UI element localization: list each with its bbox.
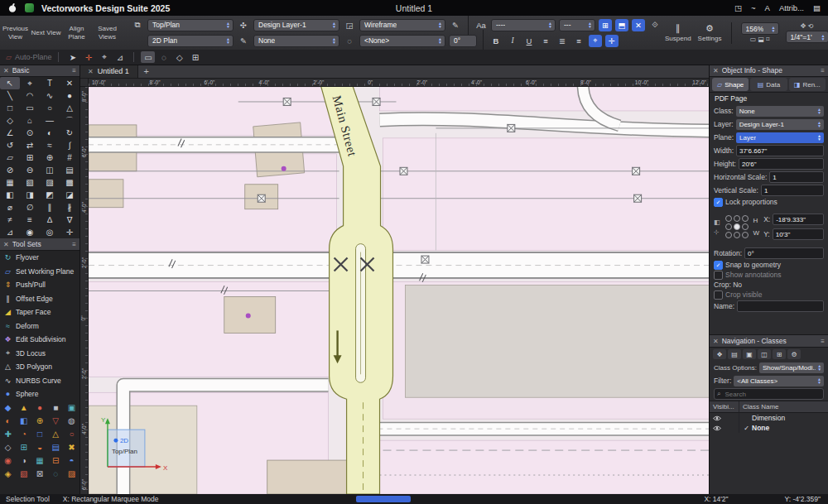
basic-tool-icon[interactable]: ⊕ bbox=[40, 151, 60, 164]
align-left-icon[interactable]: ≡ bbox=[539, 35, 552, 47]
rotation-field[interactable]: 0° bbox=[744, 247, 824, 259]
tool-set-grid-icon[interactable]: ▣ bbox=[64, 401, 79, 415]
palette-menu-icon[interactable]: ≡ bbox=[72, 67, 76, 74]
plan-mode-dropdown[interactable]: 2D Plan ▲▼ bbox=[147, 35, 233, 47]
tool-set-item[interactable]: ∥ Offset Edge bbox=[0, 292, 79, 306]
basic-tool-icon[interactable]: ● bbox=[60, 89, 79, 102]
basic-tool-icon[interactable]: ◐ bbox=[40, 127, 60, 139]
tool-set-grid-icon[interactable]: ◧ bbox=[16, 415, 31, 428]
basic-tool-icon[interactable]: — bbox=[40, 114, 60, 127]
mode-icon[interactable]: ✛ bbox=[81, 51, 95, 63]
map-drawing[interactable]: Main Street bbox=[89, 87, 710, 494]
basic-tool-icon[interactable]: ▦ bbox=[0, 176, 20, 189]
visibility-eye-icon[interactable] bbox=[713, 425, 721, 431]
visibility-eye-icon[interactable] bbox=[713, 415, 721, 421]
search-input[interactable] bbox=[723, 390, 821, 399]
smart-cursor-icon[interactable]: ✛ bbox=[605, 35, 619, 47]
class-search-box[interactable]: ⌕ bbox=[714, 388, 824, 400]
tool-set-grid-icon[interactable]: ◈ bbox=[0, 468, 16, 481]
panel-menu-icon[interactable]: ≡ bbox=[821, 338, 825, 345]
navigation-mode-icon[interactable]: ◫ bbox=[758, 349, 771, 359]
tab-shape[interactable]: ▱Shape bbox=[712, 78, 749, 91]
basic-tool-icon[interactable]: ≠ bbox=[0, 214, 20, 226]
vectorworks-app-icon[interactable] bbox=[25, 3, 34, 12]
bold-button[interactable]: B bbox=[489, 35, 503, 47]
basic-tool-icon[interactable]: ∥ bbox=[40, 201, 60, 214]
layer-options-icon[interactable]: ✣ bbox=[237, 19, 250, 31]
height-field[interactable]: 20'6" bbox=[739, 158, 824, 170]
basic-tool-icon[interactable]: ▤ bbox=[60, 164, 79, 176]
tool-set-grid-icon[interactable]: ◆ bbox=[0, 401, 16, 415]
app-menu-title[interactable]: Vectorworks Design Suite 2025 bbox=[41, 3, 170, 13]
horizontal-scale-field[interactable]: 1 bbox=[769, 171, 824, 183]
vertical-scale-field[interactable]: 1 bbox=[761, 185, 824, 196]
filter-dropdown[interactable]: <All Classes>▲▼ bbox=[734, 376, 824, 386]
tool-set-grid-icon[interactable]: □ bbox=[31, 428, 47, 441]
basic-tool-icon[interactable]: ◠ bbox=[20, 89, 40, 102]
new-tab-button[interactable]: + bbox=[138, 65, 155, 78]
suspend-button[interactable]: ∥ Suspend bbox=[665, 23, 691, 42]
snap-angle-icon[interactable]: ⌖ bbox=[589, 35, 602, 47]
line-type-dropdown[interactable]: <None> ▲▼ bbox=[359, 35, 445, 47]
dash-style-dropdown[interactable]: ---- ▲▼ bbox=[491, 19, 556, 31]
constraint-icon[interactable]: ⟐ bbox=[648, 19, 662, 31]
tool-set-grid-icon[interactable]: ◍ bbox=[64, 415, 79, 428]
snap-object-icon[interactable]: ⬒ bbox=[615, 19, 628, 31]
tool-set-grid-icon[interactable]: ◑ bbox=[16, 454, 31, 468]
zoom-dropdown[interactable]: 156% ▲▼ bbox=[741, 22, 779, 35]
toolbar-big-button[interactable]: Previous View bbox=[0, 16, 31, 50]
tool-set-item[interactable]: ● Sphere bbox=[0, 387, 79, 401]
show-annotations-checkbox[interactable] bbox=[714, 271, 723, 280]
tool-set-grid-icon[interactable]: ● bbox=[31, 401, 47, 415]
layer-dropdown[interactable]: Design Layer-1▲▼ bbox=[736, 119, 824, 130]
y-position-field[interactable]: 10'3" bbox=[773, 228, 824, 240]
tool-set-item[interactable]: ◢ Taper Face bbox=[0, 305, 79, 319]
basic-tool-icon[interactable]: ◨ bbox=[20, 189, 40, 201]
basic-tool-icon[interactable]: ◇ bbox=[0, 114, 20, 127]
tool-set-grid-icon[interactable]: ■ bbox=[48, 401, 64, 415]
basic-tool-icon[interactable]: □ bbox=[0, 102, 20, 114]
view-tool-icons[interactable]: ▭ ⬓ ⌑ bbox=[750, 36, 770, 43]
basic-tool-icon[interactable]: ⊖ bbox=[20, 164, 40, 176]
document-tab[interactable]: ✕ Untitled 1 bbox=[79, 65, 138, 78]
basic-tool-icon[interactable]: ⊿ bbox=[0, 226, 20, 238]
line-thickness-dropdown[interactable]: --- ▲▼ bbox=[559, 19, 595, 31]
tool-set-grid-icon[interactable]: ◌ bbox=[48, 468, 64, 481]
basic-tool-icon[interactable]: T bbox=[40, 77, 60, 89]
render-mode-dropdown[interactable]: Wireframe ▲▼ bbox=[359, 19, 445, 31]
basic-tool-icon[interactable]: ⌒ bbox=[60, 114, 79, 127]
tab-data[interactable]: ▤Data bbox=[750, 78, 787, 91]
basic-tool-icon[interactable]: ⇄ bbox=[20, 139, 40, 151]
settings-button[interactable]: ⚙ Settings bbox=[698, 23, 722, 42]
design-layer-dropdown[interactable]: Design Layer-1 ▲▼ bbox=[253, 19, 339, 31]
tool-set-grid-icon[interactable]: ◇ bbox=[0, 441, 16, 454]
align-center-icon[interactable]: ≣ bbox=[556, 35, 569, 47]
menu-status-item[interactable]: ▤ bbox=[813, 3, 821, 12]
mode-icon[interactable]: ⊿ bbox=[113, 51, 127, 63]
active-class-dropdown[interactable]: None ▲▼ bbox=[253, 35, 339, 47]
tool-set-item[interactable]: ❖ Edit Subdivision bbox=[0, 333, 79, 347]
close-icon[interactable]: ✕ bbox=[88, 68, 94, 75]
toolbar-big-button[interactable]: Next View bbox=[31, 16, 61, 50]
marquee-mode-icon[interactable]: ⊞ bbox=[188, 51, 202, 63]
basic-tool-icon[interactable]: ◪ bbox=[60, 189, 79, 201]
line-style-icon[interactable]: ◌ bbox=[343, 35, 356, 47]
menu-status-item[interactable]: ◳ bbox=[734, 3, 742, 12]
basic-tool-icon[interactable]: ∆ bbox=[40, 214, 60, 226]
tab-render[interactable]: ◨Ren... bbox=[789, 78, 826, 91]
mode-icon[interactable]: ⌖ bbox=[97, 51, 111, 63]
tool-set-grid-icon[interactable]: ○ bbox=[64, 428, 79, 441]
snap-grid-icon[interactable]: ⊞ bbox=[599, 19, 612, 31]
position-mode-icons[interactable]: ◧⊹ bbox=[714, 218, 720, 236]
tool-set-item[interactable]: △ 3D Polygon bbox=[0, 360, 79, 374]
snap-to-geometry-checkbox[interactable] bbox=[714, 261, 723, 270]
status-highlight[interactable] bbox=[356, 496, 411, 502]
tool-set-grid-icon[interactable]: ▤ bbox=[48, 441, 64, 454]
close-icon[interactable]: ✕ bbox=[3, 67, 9, 74]
basic-tool-icon[interactable]: ≈ bbox=[40, 139, 60, 151]
class-row[interactable]: Dimension bbox=[710, 413, 828, 423]
basic-tool-icon[interactable]: ∫ bbox=[60, 139, 79, 151]
basic-tool-icon[interactable]: ↖ bbox=[0, 77, 20, 89]
toolbar-big-button[interactable]: Saved Views bbox=[92, 16, 123, 50]
panel-menu-icon[interactable]: ≡ bbox=[821, 67, 825, 74]
